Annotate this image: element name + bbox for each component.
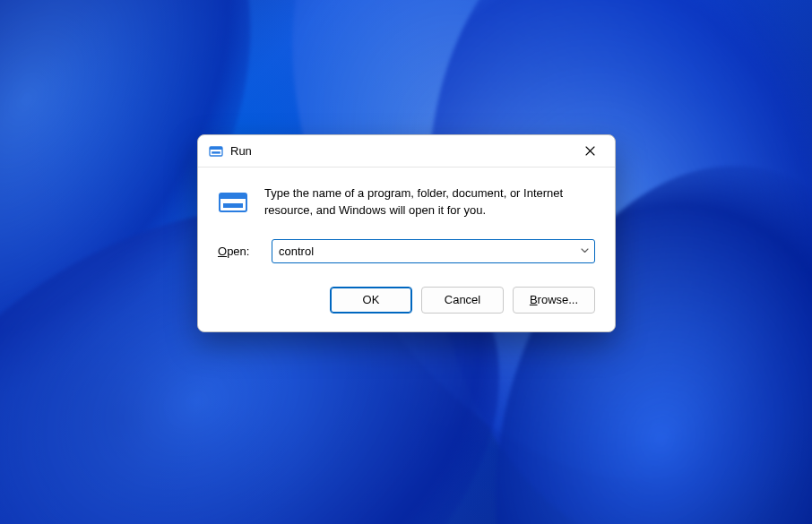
- run-icon: [209, 144, 223, 159]
- button-row: OK Cancel Browse...: [198, 267, 615, 331]
- desktop-wallpaper: Run Type the name of a program, folder, …: [0, 0, 812, 524]
- open-input[interactable]: [272, 239, 595, 263]
- svg-rect-4: [220, 193, 246, 199]
- browse-button[interactable]: Browse...: [513, 287, 595, 314]
- close-button[interactable]: [570, 138, 609, 165]
- run-dialog: Run Type the name of a program, folder, …: [197, 134, 616, 332]
- ok-button[interactable]: OK: [330, 287, 412, 314]
- titlebar[interactable]: Run: [198, 135, 615, 168]
- dialog-description: Type the name of a program, folder, docu…: [264, 185, 595, 219]
- open-combobox[interactable]: [272, 239, 595, 263]
- open-label: Open:: [218, 245, 259, 258]
- close-icon: [585, 146, 595, 156]
- run-icon-large: [218, 187, 248, 218]
- svg-rect-2: [212, 151, 220, 153]
- dialog-title: Run: [230, 144, 252, 158]
- cancel-button[interactable]: Cancel: [421, 287, 504, 314]
- svg-rect-5: [223, 203, 243, 208]
- svg-rect-1: [210, 147, 222, 150]
